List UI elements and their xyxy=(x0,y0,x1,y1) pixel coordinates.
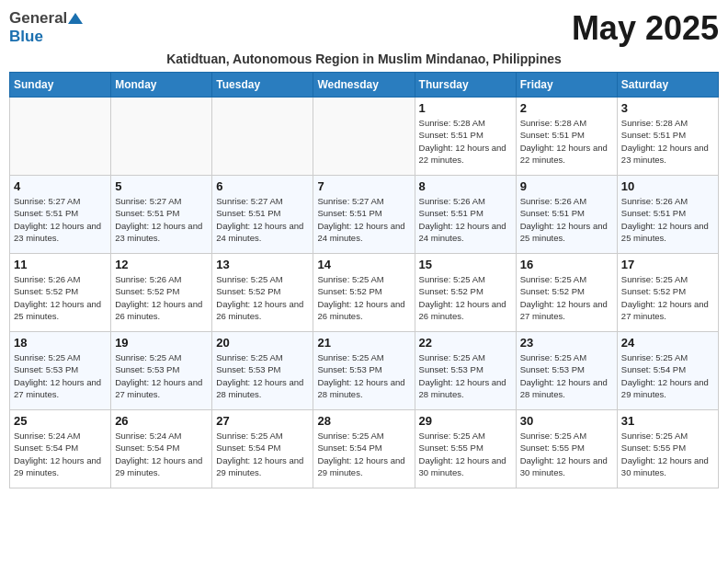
day-info: Sunrise: 5:27 AM Sunset: 5:51 PM Dayligh… xyxy=(317,195,410,244)
day-number: 23 xyxy=(520,336,613,350)
day-info: Sunrise: 5:26 AM Sunset: 5:51 PM Dayligh… xyxy=(621,195,714,244)
calendar-week-row: 18Sunrise: 5:25 AM Sunset: 5:53 PM Dayli… xyxy=(10,332,719,410)
calendar-cell: 22Sunrise: 5:25 AM Sunset: 5:53 PM Dayli… xyxy=(415,332,516,410)
day-number: 19 xyxy=(115,336,208,350)
day-number: 4 xyxy=(14,179,107,193)
calendar-cell: 26Sunrise: 5:24 AM Sunset: 5:54 PM Dayli… xyxy=(111,410,212,488)
calendar-cell: 3Sunrise: 5:28 AM Sunset: 5:51 PM Daylig… xyxy=(617,98,718,176)
day-info: Sunrise: 5:26 AM Sunset: 5:52 PM Dayligh… xyxy=(115,273,208,322)
calendar-cell: 18Sunrise: 5:25 AM Sunset: 5:53 PM Dayli… xyxy=(10,332,111,410)
weekday-header: Thursday xyxy=(415,73,516,98)
calendar-cell: 2Sunrise: 5:28 AM Sunset: 5:51 PM Daylig… xyxy=(516,98,617,176)
calendar-cell: 15Sunrise: 5:25 AM Sunset: 5:52 PM Dayli… xyxy=(415,254,516,332)
weekday-header: Sunday xyxy=(10,73,111,98)
day-number: 18 xyxy=(14,336,107,350)
calendar-cell: 28Sunrise: 5:25 AM Sunset: 5:54 PM Dayli… xyxy=(313,410,415,488)
logo-icon xyxy=(68,11,83,26)
day-number: 3 xyxy=(621,101,714,115)
day-number: 13 xyxy=(216,258,309,271)
page-header: General Blue May 2025 xyxy=(9,9,719,48)
day-number: 7 xyxy=(317,179,410,193)
calendar-cell: 7Sunrise: 5:27 AM Sunset: 5:51 PM Daylig… xyxy=(313,176,415,254)
day-info: Sunrise: 5:25 AM Sunset: 5:53 PM Dayligh… xyxy=(216,351,309,400)
calendar-cell xyxy=(212,98,313,176)
calendar-cell: 6Sunrise: 5:27 AM Sunset: 5:51 PM Daylig… xyxy=(212,176,313,254)
calendar-cell: 14Sunrise: 5:25 AM Sunset: 5:52 PM Dayli… xyxy=(313,254,415,332)
day-number: 27 xyxy=(216,414,309,428)
day-info: Sunrise: 5:25 AM Sunset: 5:55 PM Dayligh… xyxy=(419,430,512,478)
day-number: 15 xyxy=(419,258,512,271)
calendar-cell: 19Sunrise: 5:25 AM Sunset: 5:53 PM Dayli… xyxy=(111,332,212,410)
day-number: 12 xyxy=(115,258,208,271)
calendar-week-row: 25Sunrise: 5:24 AM Sunset: 5:54 PM Dayli… xyxy=(10,410,719,488)
day-number: 30 xyxy=(520,414,613,428)
day-info: Sunrise: 5:25 AM Sunset: 5:52 PM Dayligh… xyxy=(317,273,410,322)
calendar-week-row: 11Sunrise: 5:26 AM Sunset: 5:52 PM Dayli… xyxy=(10,254,719,332)
logo-blue-text: Blue xyxy=(9,28,43,46)
day-number: 5 xyxy=(115,179,208,193)
day-number: 10 xyxy=(621,179,714,193)
day-info: Sunrise: 5:25 AM Sunset: 5:55 PM Dayligh… xyxy=(621,430,714,478)
day-number: 16 xyxy=(520,258,613,271)
calendar-cell: 10Sunrise: 5:26 AM Sunset: 5:51 PM Dayli… xyxy=(617,176,718,254)
day-number: 29 xyxy=(419,414,512,428)
day-info: Sunrise: 5:26 AM Sunset: 5:51 PM Dayligh… xyxy=(419,195,512,244)
day-number: 20 xyxy=(216,336,309,350)
day-number: 6 xyxy=(216,179,309,193)
calendar-cell xyxy=(111,98,212,176)
calendar-cell: 9Sunrise: 5:26 AM Sunset: 5:51 PM Daylig… xyxy=(516,176,617,254)
calendar-cell: 21Sunrise: 5:25 AM Sunset: 5:53 PM Dayli… xyxy=(313,332,415,410)
calendar-cell: 11Sunrise: 5:26 AM Sunset: 5:52 PM Dayli… xyxy=(10,254,111,332)
calendar-cell: 8Sunrise: 5:26 AM Sunset: 5:51 PM Daylig… xyxy=(415,176,516,254)
calendar-cell xyxy=(10,98,111,176)
day-number: 25 xyxy=(14,414,107,428)
day-number: 22 xyxy=(419,336,512,350)
calendar-cell: 12Sunrise: 5:26 AM Sunset: 5:52 PM Dayli… xyxy=(111,254,212,332)
calendar-cell xyxy=(313,98,415,176)
day-number: 26 xyxy=(115,414,208,428)
calendar-cell: 5Sunrise: 5:27 AM Sunset: 5:51 PM Daylig… xyxy=(111,176,212,254)
calendar-cell: 25Sunrise: 5:24 AM Sunset: 5:54 PM Dayli… xyxy=(10,410,111,488)
day-info: Sunrise: 5:25 AM Sunset: 5:53 PM Dayligh… xyxy=(520,351,613,400)
calendar-cell: 1Sunrise: 5:28 AM Sunset: 5:51 PM Daylig… xyxy=(415,98,516,176)
weekday-header: Saturday xyxy=(617,73,718,98)
weekday-header: Tuesday xyxy=(212,73,313,98)
calendar-cell: 13Sunrise: 5:25 AM Sunset: 5:52 PM Dayli… xyxy=(212,254,313,332)
day-info: Sunrise: 5:26 AM Sunset: 5:52 PM Dayligh… xyxy=(14,273,107,322)
day-info: Sunrise: 5:25 AM Sunset: 5:55 PM Dayligh… xyxy=(520,430,613,478)
calendar-cell: 20Sunrise: 5:25 AM Sunset: 5:53 PM Dayli… xyxy=(212,332,313,410)
day-info: Sunrise: 5:25 AM Sunset: 5:53 PM Dayligh… xyxy=(14,351,107,400)
day-number: 14 xyxy=(317,258,410,271)
svg-marker-0 xyxy=(68,13,83,24)
calendar-week-row: 4Sunrise: 5:27 AM Sunset: 5:51 PM Daylig… xyxy=(10,176,719,254)
day-info: Sunrise: 5:26 AM Sunset: 5:51 PM Dayligh… xyxy=(520,195,613,244)
day-info: Sunrise: 5:25 AM Sunset: 5:53 PM Dayligh… xyxy=(115,351,208,400)
calendar-cell: 23Sunrise: 5:25 AM Sunset: 5:53 PM Dayli… xyxy=(516,332,617,410)
day-info: Sunrise: 5:25 AM Sunset: 5:54 PM Dayligh… xyxy=(317,430,410,478)
month-title: May 2025 xyxy=(572,9,719,48)
calendar-body: 1Sunrise: 5:28 AM Sunset: 5:51 PM Daylig… xyxy=(10,98,719,488)
day-number: 9 xyxy=(520,179,613,193)
day-info: Sunrise: 5:28 AM Sunset: 5:51 PM Dayligh… xyxy=(520,117,613,166)
calendar-table: SundayMondayTuesdayWednesdayThursdayFrid… xyxy=(9,72,719,488)
calendar-cell: 16Sunrise: 5:25 AM Sunset: 5:52 PM Dayli… xyxy=(516,254,617,332)
day-number: 17 xyxy=(621,258,714,271)
day-info: Sunrise: 5:27 AM Sunset: 5:51 PM Dayligh… xyxy=(115,195,208,244)
weekday-header: Monday xyxy=(111,73,212,98)
day-info: Sunrise: 5:25 AM Sunset: 5:52 PM Dayligh… xyxy=(520,273,613,322)
day-info: Sunrise: 5:25 AM Sunset: 5:52 PM Dayligh… xyxy=(216,273,309,322)
day-number: 21 xyxy=(317,336,410,350)
day-info: Sunrise: 5:25 AM Sunset: 5:53 PM Dayligh… xyxy=(419,351,512,400)
day-info: Sunrise: 5:27 AM Sunset: 5:51 PM Dayligh… xyxy=(14,195,107,244)
day-info: Sunrise: 5:27 AM Sunset: 5:51 PM Dayligh… xyxy=(216,195,309,244)
day-number: 31 xyxy=(621,414,714,428)
day-number: 11 xyxy=(14,258,107,271)
day-number: 24 xyxy=(621,336,714,350)
day-info: Sunrise: 5:25 AM Sunset: 5:53 PM Dayligh… xyxy=(317,351,410,400)
day-number: 2 xyxy=(520,101,613,115)
day-info: Sunrise: 5:25 AM Sunset: 5:52 PM Dayligh… xyxy=(621,273,714,322)
logo: General Blue xyxy=(9,9,84,46)
day-number: 8 xyxy=(419,179,512,193)
calendar-week-row: 1Sunrise: 5:28 AM Sunset: 5:51 PM Daylig… xyxy=(10,98,719,176)
calendar-header-row: SundayMondayTuesdayWednesdayThursdayFrid… xyxy=(10,73,719,98)
